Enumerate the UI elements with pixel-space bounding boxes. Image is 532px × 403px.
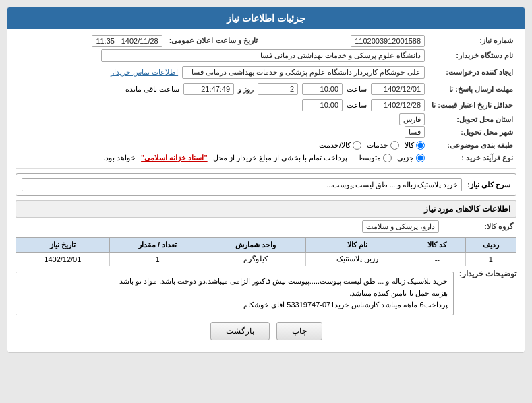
pt-link[interactable]: "اسناد خزانه اسلامی": [141, 154, 208, 162]
page-title: جزئیات اطلاعات نیاز: [227, 13, 305, 24]
price-date: 1402/12/28: [371, 99, 425, 111]
reply-date: 1402/12/01: [371, 83, 425, 95]
price-deadline-label: حداقل تاریخ اعتبار قیمت: تا: [428, 97, 516, 113]
pt-suffix: خواهد بود.: [103, 154, 136, 162]
cat-kala-label: کالا: [405, 141, 414, 150]
reply-hour-label: ساعت باقی مانده: [125, 85, 179, 94]
cat-kala-khadamat-label: کالا/خدمت: [319, 141, 351, 150]
col-qty: تعداد / مقدار: [109, 238, 206, 253]
cell-qty: 1: [109, 253, 206, 266]
city-value: فسا: [16, 126, 428, 139]
back-button[interactable]: بازگشت: [210, 322, 270, 340]
contact-button[interactable]: اطلاعات تماس خریدار: [111, 68, 178, 77]
date-input: 1402/11/28 - 11:35: [92, 35, 162, 47]
search-input[interactable]: [22, 178, 462, 191]
price-time: 10:00: [302, 99, 343, 111]
need-number-label: شماره نیاز:: [428, 34, 516, 47]
search-container: سرح کلی نیاز:: [16, 173, 516, 196]
notes-text: خرید پلاستیک زباله و ... طق لیست پیوست..…: [119, 277, 447, 309]
creator-label: ایجاد کننده درخواست:: [428, 64, 516, 81]
reply-time: 10:00: [302, 83, 343, 95]
pt-note: پرداخت تمام با بخشی از مبلغ خریدار از مح…: [213, 154, 347, 162]
cat-kala-radio[interactable]: [416, 141, 425, 150]
pt-mutavasset-label: متوسط: [358, 154, 381, 162]
notes-label: توضیحات خریدار:: [459, 269, 516, 278]
category-label: طبقه بندی موضوعی:: [428, 139, 516, 152]
info-table: شماره نیاز: 1102003912001588 تاریخ و ساع…: [16, 34, 516, 164]
goods-group-label: گروه کالا:: [442, 220, 516, 233]
reply-deadline-label: مهلت ارسال پاسخ: تا: [428, 81, 516, 97]
buyer-value: دانشگاه علوم پزشکی و خدمات بهداشتی درمان…: [16, 47, 428, 64]
cat-khadamat-option[interactable]: خدمات: [367, 141, 399, 150]
goods-group-input: دارو، پزشکی و سلامت: [362, 220, 439, 232]
price-deadline-row: 1402/12/28 ساعت 10:00: [16, 97, 428, 113]
cell-code: --: [409, 253, 466, 266]
creator-input: علی خوشکام کاربردار دانشگاه علوم پزشکی و…: [182, 66, 425, 79]
province-input: فارس: [399, 113, 425, 125]
print-button[interactable]: چاپ: [276, 322, 322, 340]
date-label: تاریخ و ساعت اعلان عمومی:: [166, 34, 271, 47]
creator-value: علی خوشکام کاربردار دانشگاه علوم پزشکی و…: [16, 64, 428, 81]
page-header: جزئیات اطلاعات نیاز: [7, 7, 525, 29]
cat-kala-khadamat-radio[interactable]: [353, 141, 361, 150]
cell-unit: کیلوگرم: [206, 253, 306, 266]
category-options: کالا خدمات کالا/خدمت: [16, 139, 428, 152]
table-row: 1--رزین پلاستنیککیلوگرم11402/12/01: [16, 253, 516, 266]
cat-khadamat-label: خدمات: [367, 141, 388, 150]
date-value: 1402/11/28 - 11:35: [16, 34, 166, 47]
goods-group-value: دارو، پزشکی و سلامت: [16, 220, 442, 233]
main-container: جزئیات اطلاعات نیاز شماره نیاز: 11020039…: [7, 7, 525, 353]
pt-mutavasset-radio[interactable]: [383, 154, 392, 162]
cat-khadamat-radio[interactable]: [390, 141, 399, 150]
search-label: سرح کلی نیاز:: [467, 181, 510, 189]
cell-row: 1: [465, 253, 516, 266]
city-label: شهر محل تحویل:: [428, 126, 516, 139]
reply-remaining: 21:47:49: [183, 83, 234, 95]
cell-name: رزین پلاستنیک: [306, 253, 409, 266]
city-input: فسا: [405, 126, 425, 138]
col-code: کد کالا: [409, 238, 466, 253]
buyer-input: دانشگاه علوم پزشکی و خدمات بهداشتی درمان…: [101, 49, 425, 62]
col-date: تاریخ نیاز: [16, 238, 110, 253]
province-value: فارس: [16, 113, 428, 126]
reply-deadline-row: 1402/12/01 ساعت 10:00 2 روز و 21:47:49 س…: [16, 81, 428, 97]
pt-jozvi-label: جزیی: [397, 154, 414, 162]
col-unit: واحد شمارش: [206, 238, 306, 253]
need-number-input: 1102003912001588: [351, 35, 425, 47]
divider-1: [16, 168, 516, 169]
notes-row: توضیحات خریدار: خرید پلاستیک زباله و ...…: [16, 269, 516, 315]
need-number-value: 1102003912001588: [271, 34, 428, 47]
notes-box: خرید پلاستیک زباله و ... طق لیست پیوست..…: [16, 272, 454, 315]
col-row: ردیف: [465, 238, 516, 253]
button-row: چاپ بازگشت: [16, 322, 516, 347]
province-label: استان محل تحویل:: [428, 113, 516, 126]
goods-section-title: اطلاعات کالاهای مورد نیاز: [16, 200, 516, 218]
pt-jozvi-radio[interactable]: [416, 154, 425, 162]
pt-jozvi-option[interactable]: جزیی: [397, 154, 425, 162]
purchase-type-row: جزیی متوسط پرداخت تمام با بخشی از مبلغ خ…: [16, 152, 428, 164]
pt-mutavasset-option[interactable]: متوسط: [358, 154, 392, 162]
price-time-label: ساعت: [347, 101, 367, 110]
cat-kala-khadamat-option[interactable]: کالا/خدمت: [319, 141, 361, 150]
purchase-type-label: نوع فرآیند خرید :: [428, 152, 516, 164]
reply-days: 2: [258, 83, 298, 95]
content-area: شماره نیاز: 1102003912001588 تاریخ و ساع…: [7, 29, 525, 352]
search-row: سرح کلی نیاز:: [22, 178, 510, 191]
goods-table: ردیف کد کالا نام کالا واحد شمارش تعداد /…: [16, 237, 516, 266]
reply-day-label: روز و: [238, 85, 254, 94]
col-name: نام کالا: [306, 238, 409, 253]
goods-group-table: گروه کالا: دارو، پزشکی و سلامت: [16, 220, 516, 233]
cell-date: 1402/12/01: [16, 253, 110, 266]
cat-kala-option[interactable]: کالا: [405, 141, 425, 150]
buyer-label: نام دستگاه خریدار:: [428, 47, 516, 64]
reply-time-label: ساعت: [347, 85, 367, 94]
